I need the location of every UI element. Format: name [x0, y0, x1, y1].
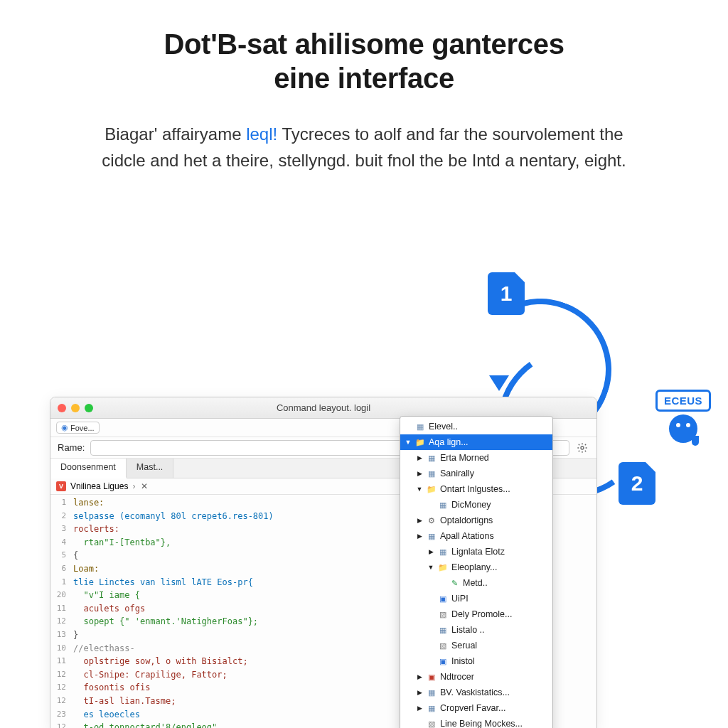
folder-icon: 📁: [426, 484, 437, 494]
folder-icon: 📁: [414, 437, 426, 447]
svg-point-0: [581, 446, 584, 449]
tree-item-label: Elevel..: [429, 422, 458, 432]
tree-item-label: Listalo ..: [451, 625, 485, 635]
disclosure-triangle-icon[interactable]: ▶: [416, 470, 423, 477]
tree-item[interactable]: ▦Listalo ..: [400, 622, 552, 638]
disclosure-triangle-icon[interactable]: ▶: [416, 517, 423, 524]
disclosure-triangle-icon[interactable]: ▶: [416, 689, 423, 696]
tree-item[interactable]: ▦Elevel..: [400, 419, 552, 434]
tree-item[interactable]: ▼📁Ontart Inlgustes...: [400, 481, 552, 497]
fove-button[interactable]: ◉ Fove...: [56, 422, 100, 434]
tree-dropdown[interactable]: ▦Elevel..▼📁Aqa lign...▶▦Erta Morned▶▦San…: [400, 416, 553, 728]
close-icon[interactable]: ✕: [141, 481, 148, 491]
tree-item-label: BV. Vaskistatics...: [440, 687, 510, 697]
page-icon: ▦: [437, 547, 449, 557]
blue-icon: ▣: [437, 594, 449, 604]
disclosure-triangle-icon[interactable]: ▼: [427, 564, 434, 571]
page-icon: ▦: [426, 687, 437, 697]
grey-icon: ▧: [426, 719, 437, 728]
file-tab-label: Vnilinea Ligues: [70, 481, 128, 491]
page-icon: ▦: [426, 703, 437, 713]
disclosure-triangle-icon[interactable]: ▼: [416, 486, 423, 493]
tree-item-label: Ontart Inlgustes...: [440, 484, 510, 494]
page-icon: ▦: [426, 531, 437, 541]
tree-item[interactable]: ▶▦Erta Morned: [400, 450, 552, 466]
disclosure-triangle-icon[interactable]: ▼: [405, 439, 412, 446]
tab-mast[interactable]: Mast...: [127, 459, 174, 478]
disclosure-triangle-icon[interactable]: ▶: [416, 673, 423, 680]
page-icon: ▦: [437, 500, 449, 510]
tree-item[interactable]: ▧Dely Promole...: [400, 606, 552, 622]
folder-icon: 📁: [437, 562, 449, 572]
tree-item-label: DicMoney: [451, 500, 491, 510]
tree-item-label: Aqa lign...: [429, 437, 469, 447]
tree-item[interactable]: ▶▦Cropverl Favar...: [400, 700, 552, 716]
tab-doonsenment[interactable]: Doonsenment: [50, 459, 127, 478]
tree-item[interactable]: ▶▦BV. Vaskistatics...: [400, 685, 552, 700]
tree-item[interactable]: ▧Line Being Mockes...: [400, 716, 552, 728]
step-badge-2: 2: [619, 462, 655, 505]
page-icon: ▦: [414, 422, 426, 432]
grey-icon: ▧: [437, 609, 449, 619]
tree-item-label: Erta Morned: [440, 453, 489, 463]
gear-icon: ⚙: [426, 515, 437, 525]
tree-item-label: Sanirally: [440, 469, 474, 478]
tree-item-label: Metd..: [463, 578, 488, 588]
page-icon: ▦: [437, 625, 449, 635]
tree-item[interactable]: ▶⚙Optaldortigns: [400, 513, 552, 528]
tree-item-label: Dely Promole...: [451, 609, 512, 619]
mascot-icon: [669, 414, 697, 443]
step-badge-1: 1: [488, 272, 525, 315]
tree-item[interactable]: ▶▣Ndtrocer: [400, 669, 552, 685]
tree-item-label: Cropverl Favar...: [440, 703, 505, 713]
green-icon: ✎: [449, 578, 460, 588]
arrowhead-icon: [489, 375, 509, 391]
name-label: Rame:: [58, 442, 85, 453]
tree-item-label: Apall Atations: [440, 531, 494, 541]
tree-item[interactable]: ▦DicMoney: [400, 497, 552, 513]
file-type-icon: V: [56, 481, 66, 491]
tree-item-label: Inistol: [451, 656, 475, 666]
window-title: Conmand leayout. logil: [50, 402, 596, 413]
tree-item-label: Optaldortigns: [440, 515, 493, 525]
tree-item-label: UiPI: [451, 594, 469, 604]
tree-item[interactable]: ▶▦Apall Atations: [400, 528, 552, 544]
tree-item-label: Lignlata Elotz: [451, 547, 505, 557]
tree-item-label: Ndtrocer: [440, 672, 474, 682]
grey-icon: ▧: [437, 641, 449, 651]
tree-item[interactable]: ▼📁Eleoplany...: [400, 560, 552, 575]
tree-item-label: Serual: [451, 641, 477, 651]
gear-icon[interactable]: [575, 441, 589, 455]
blue-icon: ▣: [437, 656, 449, 666]
disclosure-triangle-icon[interactable]: ▶: [416, 454, 423, 461]
tree-item[interactable]: ▶▦Lignlata Elotz: [400, 544, 552, 560]
page-icon: ▦: [426, 453, 437, 463]
page-title: Dot'B-sat ahilisome ganterces eine inter…: [85, 27, 643, 95]
tree-item[interactable]: ▣Inistol: [400, 653, 552, 669]
header: Dot'B-sat ahilisome ganterces eine inter…: [0, 0, 728, 173]
tree-item[interactable]: ▣UiPI: [400, 591, 552, 606]
red-icon: ▣: [426, 672, 437, 682]
eceus-logo: ECEUS: [655, 390, 711, 443]
page-subtitle: Biagar' affairyame leql! Tycreces to aol…: [85, 121, 643, 173]
globe-icon: ◉: [61, 423, 68, 432]
page-icon: ▦: [426, 469, 437, 478]
tree-item-label: Line Being Mockes...: [440, 719, 523, 728]
tree-item[interactable]: ▶▦Sanirally: [400, 466, 552, 481]
eceus-label: ECEUS: [655, 390, 711, 412]
chevron-right-icon: ›: [132, 481, 135, 491]
tree-item-label: Eleoplany...: [451, 562, 497, 572]
disclosure-triangle-icon[interactable]: ▶: [416, 705, 423, 712]
tree-item[interactable]: ✎Metd..: [400, 575, 552, 591]
tree-item[interactable]: ▼📁Aqa lign...: [400, 434, 552, 450]
tree-item[interactable]: ▧Serual: [400, 638, 552, 653]
subtitle-link[interactable]: leql!: [246, 124, 277, 144]
disclosure-triangle-icon[interactable]: ▶: [427, 548, 434, 555]
disclosure-triangle-icon[interactable]: ▶: [416, 532, 423, 540]
